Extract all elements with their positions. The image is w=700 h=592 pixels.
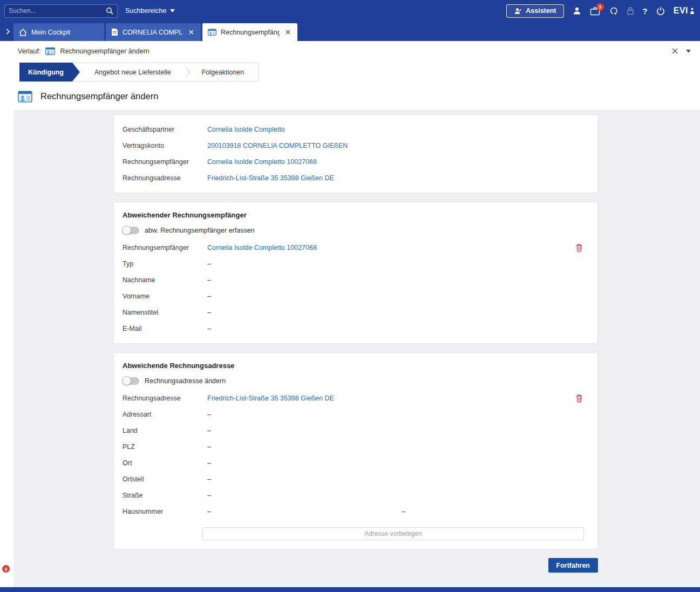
recipient-toggle[interactable] (123, 227, 139, 234)
field-value: – (207, 325, 211, 332)
assistant-button[interactable]: Assistent (506, 4, 563, 18)
redo-icon[interactable] (609, 6, 618, 15)
field-label: Geschäftspartner (123, 126, 207, 133)
field-row: Ortsteil – (123, 471, 584, 487)
field-label: Straße (123, 492, 207, 499)
workspace: Verlauf: Rechnungsempfänger ändern Kündi… (0, 41, 700, 587)
lock-icon[interactable] (627, 6, 634, 15)
corner-notification-badge[interactable]: 3 (2, 565, 10, 573)
global-search[interactable] (4, 4, 118, 18)
field-label: Rechnungsadresse (123, 394, 207, 402)
field-row: PLZ – (123, 439, 584, 455)
toggle-knob (122, 226, 131, 235)
field-row: Nachname – (123, 272, 584, 288)
tab-overview-chevron[interactable] (6, 29, 10, 35)
tab-cornelia-completto[interactable]: CORNELIA COMPLE... (106, 23, 201, 41)
field-row: Hausnummer – – (123, 503, 584, 520)
invoice-address-link[interactable]: Friedrich-List-Straße 35 35398 Gießen DE (207, 174, 334, 182)
invoice-recipient-icon (45, 46, 55, 56)
topbar-actions: Assistent 3 ? EVI (506, 4, 695, 18)
step-folgeaktionen[interactable]: Folgeaktionen (187, 63, 259, 81)
history-current-item[interactable]: Rechnungsempfänger ändern (60, 47, 149, 55)
footer-strip (0, 587, 700, 592)
field-row: Vertragskonto 200103918 CORNELIA COMPLET… (123, 138, 584, 154)
chevron-down-icon (170, 9, 175, 12)
field-value: – (207, 292, 211, 300)
panel-title: Abweichende Rechnungsadresse (123, 359, 584, 374)
prefill-address-button[interactable]: Adresse vorbelegen (202, 527, 584, 540)
field-label: Rechnungsadresse (123, 174, 207, 182)
user-icon[interactable] (573, 6, 581, 15)
field-label: Namenstitel (123, 309, 207, 316)
field-row: Rechnungsadresse Friedrich-List-Straße 3… (123, 390, 584, 406)
step-kuendigung[interactable]: Kündigung (19, 63, 80, 81)
notifications-badge: 3 (596, 3, 604, 11)
prefill-row: Adresse vorbelegen (202, 527, 584, 540)
field-row: Geschäftspartner Cornelia Isolde Complet… (123, 121, 584, 138)
search-areas-label: Suchbereiche (125, 7, 166, 15)
history-label: Verlauf: (18, 47, 40, 55)
content-area: Geschäftspartner Cornelia Isolde Complet… (13, 110, 700, 587)
power-icon[interactable] (656, 6, 665, 15)
field-label: Hausnummer (123, 508, 207, 515)
brand-text: EVI (674, 6, 688, 16)
document-icon (111, 28, 118, 36)
close-process-icon[interactable] (670, 46, 679, 56)
invoice-recipient-link[interactable]: Cornelia Isolde Completto 10027068 (207, 158, 317, 166)
field-row: Rechnungsadresse Friedrich-List-Straße 3… (123, 170, 584, 186)
toggle-label: abw. Rechnungsempfänger erfassen (145, 227, 255, 234)
field-label: Adressart (123, 411, 207, 418)
field-value: – (207, 427, 211, 434)
field-label: Rechnungsempfänger (123, 244, 207, 251)
toggle-label: Rechnungsadresse ändern (145, 377, 226, 385)
overview-panel: Geschäftspartner Cornelia Isolde Complet… (113, 114, 598, 193)
invoice-recipient-icon (208, 28, 216, 36)
assistant-label: Assistent (526, 7, 556, 15)
field-row: Typ – (123, 256, 584, 272)
invoice-recipient-icon (18, 90, 32, 103)
panel-title: Abweichender Rechnungsempfänger (123, 209, 584, 223)
step-label: Kündigung (28, 69, 64, 76)
field-value: – (207, 459, 211, 467)
contract-account-link[interactable]: 200103918 CORNELIA COMPLETTO GIEßEN (207, 142, 348, 149)
field-row: Ort – (123, 455, 584, 471)
search-icon[interactable] (106, 7, 113, 15)
continue-button[interactable]: Fortfahren (548, 558, 599, 573)
field-value: – (207, 443, 211, 451)
delete-address-icon[interactable] (574, 393, 584, 404)
field-label: E-Mail (123, 325, 207, 332)
help-icon[interactable]: ? (643, 6, 648, 16)
tab-rechnungsempfaenger[interactable]: Rechnungsempfäng... (202, 23, 297, 41)
address-toggle[interactable] (123, 377, 139, 385)
brand-logo: EVI (674, 6, 695, 16)
field-row: Rechnungsempfänger Cornelia Isolde Compl… (123, 240, 584, 256)
home-icon (19, 29, 27, 36)
field-value: – (207, 508, 211, 515)
process-steps: Kündigung Angebot neue Lieferstelle Folg… (0, 61, 700, 81)
business-partner-link[interactable]: Cornelia Isolde Completto (207, 126, 285, 133)
field-label: Ortsteil (123, 475, 207, 483)
step-label: Angebot neue Lieferstelle (94, 69, 171, 76)
recipient-panel: Abweichender Rechnungsempfänger abw. Rec… (113, 202, 598, 344)
field-value: – (207, 260, 211, 268)
field-value-secondary: – (402, 508, 405, 515)
delete-recipient-icon[interactable] (574, 242, 584, 253)
tab-mein-cockpit[interactable]: Mein Cockpit (13, 23, 104, 41)
search-areas-dropdown[interactable]: Suchbereiche (125, 7, 175, 15)
field-row: Vorname – (123, 288, 584, 304)
tab-close-icon[interactable] (187, 28, 195, 36)
tab-close-icon[interactable] (284, 28, 292, 36)
briefcase-icon[interactable]: 3 (590, 6, 600, 16)
field-row: Namenstitel – (123, 304, 584, 321)
step-angebot-neue-lieferstelle[interactable]: Angebot neue Lieferstelle (80, 63, 186, 81)
field-row: E-Mail – (123, 321, 584, 337)
recipient-link[interactable]: Cornelia Isolde Completto 10027068 (207, 244, 317, 251)
tab-label: Mein Cockpit (31, 29, 70, 36)
history-caret-icon[interactable] (684, 48, 692, 55)
address-link[interactable]: Friedrich-List-Straße 35 35398 Gießen DE (207, 394, 334, 402)
field-label: Typ (123, 260, 207, 268)
field-row: Rechnungsempfänger Cornelia Isolde Compl… (123, 154, 584, 170)
search-input[interactable] (9, 7, 106, 15)
field-value: – (207, 492, 211, 499)
field-label: PLZ (123, 443, 207, 451)
